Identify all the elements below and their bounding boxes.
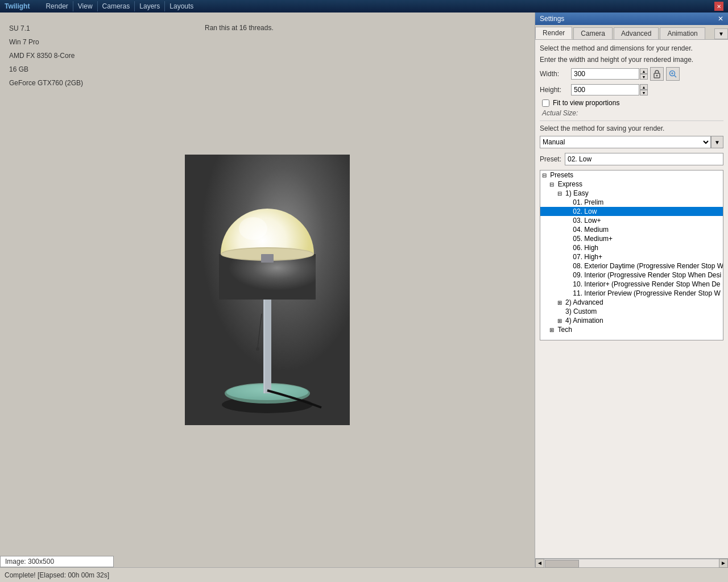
menu-view[interactable]: View (73, 1, 98, 11)
actual-size-label: Actual Size: (540, 109, 723, 117)
os-version: Win 7 Pro (9, 35, 83, 49)
tree-item[interactable]: 08. Exterior Daytime (Progressive Render… (540, 261, 723, 271)
preset-row: Preset: 02. Low (540, 153, 723, 165)
height-input-group: ▲ ▼ (571, 84, 648, 95)
tree-item[interactable]: 10. Interior+ (Progressive Render Stop W… (540, 280, 723, 289)
height-input[interactable] (571, 84, 639, 95)
menu-layers[interactable]: Layers (135, 1, 165, 11)
width-up-button[interactable]: ▲ (640, 68, 648, 74)
height-row: Height: ▲ ▼ (540, 84, 723, 95)
image-info: Image: 300x500 (0, 556, 114, 567)
tab-render[interactable]: Render (535, 27, 572, 39)
height-label: Height: (540, 86, 571, 94)
tree-item[interactable]: ⊞ Tech (540, 325, 723, 334)
close-button[interactable]: ✕ (714, 2, 723, 11)
svg-point-16 (656, 75, 658, 77)
tree-item[interactable]: 07. High+ (540, 252, 723, 261)
settings-titlebar: Settings ✕ (535, 13, 728, 25)
menu-render[interactable]: Render (41, 1, 73, 11)
width-label: Width: (540, 70, 571, 78)
svg-point-11 (239, 217, 267, 240)
settings-close-button[interactable]: ✕ (718, 15, 723, 23)
svg-rect-14 (261, 254, 274, 263)
preset-label: Preset: (540, 155, 561, 163)
su-version: SU 7.1 (9, 22, 83, 35)
render-image (185, 155, 350, 425)
status-message: Complete! [Elapsed: 00h 00m 32s] (5, 571, 109, 579)
scroll-thumb[interactable] (545, 560, 579, 568)
settings-title: Settings (540, 15, 718, 23)
render-status-text: Ran this at 16 threads. (205, 24, 274, 32)
lock-icon[interactable] (650, 67, 664, 81)
settings-content: Select the method and dimensions for you… (535, 40, 728, 558)
tree-item[interactable]: 05. Medium+ (540, 234, 723, 243)
scroll-left-button[interactable]: ◄ (535, 559, 544, 568)
tree-item[interactable]: 03. Low+ (540, 216, 723, 225)
tree-item[interactable]: ⊞ 2) Advanced (540, 298, 723, 307)
gpu-info: GeForce GTX760 (2GB) (9, 76, 83, 90)
zoom-to-fit-icon[interactable] (666, 67, 680, 81)
render-method-desc: Select the method and dimensions for you… (540, 44, 723, 52)
tree-items-container: ⊟ Presets ⊟ Express ⊟ 1) Easy 01. Prelim… (540, 171, 723, 334)
svg-point-8 (256, 347, 259, 351)
tree-item[interactable]: ⊟ Express (540, 180, 723, 189)
height-up-button[interactable]: ▲ (640, 84, 648, 90)
tab-animation[interactable]: Animation (660, 27, 705, 39)
tree-item[interactable]: 06. High (540, 243, 723, 252)
tree-item[interactable]: 3) Custom (540, 307, 723, 316)
menu-layouts[interactable]: Layouts (165, 1, 198, 11)
tree-scrollbar: ◄ ► (535, 558, 728, 567)
tree-item[interactable]: 09. Interior (Progressive Render Stop Wh… (540, 271, 723, 280)
menu-cameras[interactable]: Cameras (98, 1, 135, 11)
fit-proportions-checkbox[interactable] (542, 99, 549, 107)
tab-camera[interactable]: Camera (573, 27, 613, 39)
tree-item[interactable]: 02. Low (540, 207, 723, 216)
app-title: Twilight (5, 2, 30, 10)
scroll-right-button[interactable]: ► (719, 559, 728, 568)
preset-value: 02. Low (565, 153, 723, 165)
save-method-dropdown-arrow[interactable]: ▼ (711, 136, 723, 148)
save-method-row: Manual ▼ (540, 136, 723, 148)
tab-advanced[interactable]: Advanced (614, 27, 659, 39)
width-input[interactable] (571, 68, 639, 80)
save-method-desc: Select the method for saving your render… (540, 124, 723, 132)
tree-item[interactable]: 11. Interior Preview (Progressive Render… (540, 289, 723, 298)
width-input-group: ▲ ▼ (571, 68, 648, 80)
settings-panel: Settings ✕ Render Camera Advanced Animat… (535, 13, 728, 567)
svg-line-18 (675, 76, 677, 78)
width-row: Width: ▲ ▼ (540, 67, 723, 81)
width-down-button[interactable]: ▼ (640, 74, 648, 80)
tree-item[interactable]: ⊟ 1) Easy (540, 189, 723, 198)
tree-item[interactable]: ⊟ Presets (540, 171, 723, 180)
tree-item[interactable]: ⊞ 4) Animation (540, 316, 723, 325)
tab-more-arrow[interactable]: ▼ (714, 28, 728, 39)
system-info: SU 7.1 Win 7 Pro AMD FX 8350 8-Core 16 G… (9, 22, 83, 90)
cpu-info: AMD FX 8350 8-Core (9, 49, 83, 63)
height-down-button[interactable]: ▼ (640, 90, 648, 95)
fit-proportions-label: Fit to view proportions (553, 99, 619, 107)
ram-info: 16 GB (9, 63, 83, 76)
fit-proportions-row: Fit to view proportions (540, 99, 723, 107)
tree-item[interactable]: 04. Medium (540, 225, 723, 234)
dimensions-desc: Enter the width and height of your rende… (540, 56, 723, 64)
titlebar: Twilight Render View Cameras Layers Layo… (0, 0, 728, 13)
tree-item[interactable]: 01. Prelim (540, 198, 723, 207)
settings-tabs: Render Camera Advanced Animation ▼ (535, 25, 728, 40)
save-method-select[interactable]: Manual (540, 136, 711, 148)
render-viewport: SU 7.1 Win 7 Pro AMD FX 8350 8-Core 16 G… (0, 13, 535, 567)
scroll-track[interactable] (544, 559, 719, 568)
presets-tree[interactable]: ⊟ Presets ⊟ Express ⊟ 1) Easy 01. Prelim… (540, 170, 723, 340)
statusbar: Complete! [Elapsed: 00h 00m 32s] (0, 567, 728, 582)
